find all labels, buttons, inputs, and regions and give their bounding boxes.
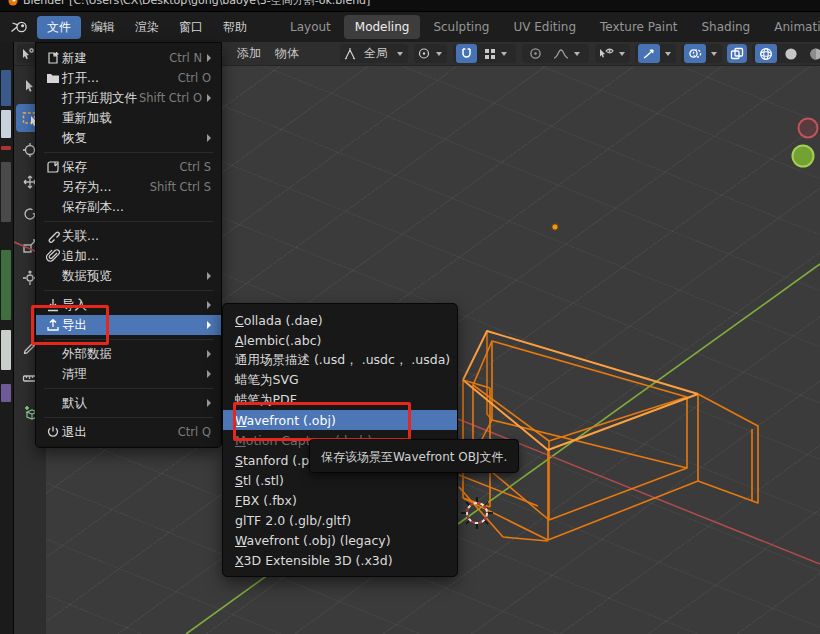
menu-separator [44,339,213,340]
menu-item-save[interactable]: 保存 Ctrl S [36,157,221,177]
folder-icon [44,72,62,84]
submenu-arrow-icon [207,350,211,358]
proportional-falloff-dropdown[interactable] [549,44,586,63]
background-fragment [1,146,11,150]
menu-file[interactable]: 文件 [37,16,81,39]
menu-item-link[interactable]: 关联... [36,226,221,246]
menu-item-revert[interactable]: 重新加载 [36,108,221,128]
background-fragment [1,250,11,320]
menu-item-external-data[interactable]: 外部数据 [36,344,221,364]
menu-separator [44,290,213,291]
tab-animation[interactable]: Animation [763,15,820,39]
background-fragment [1,110,11,138]
submenu-item-collada[interactable]: Collada (.dae) [223,310,457,330]
submenu-item-usd[interactable]: 通用场景描述 (.usd， .usdc， .usda) [223,350,457,370]
submenu-item-stl[interactable]: Stl (.stl) [223,470,457,490]
menu-item-save-copy[interactable]: 保存副本... [36,197,221,217]
tooltip-text: 保存该场景至Wavefront OBJ文件. [321,450,507,464]
transform-orientation-dropdown[interactable]: 全局 [340,44,408,63]
menu-help[interactable]: 帮助 [213,16,257,39]
show-gizmo-toggle[interactable] [638,44,660,63]
submenu-arrow-icon [207,321,211,329]
submenu-item-wavefront-obj[interactable]: Wavefront (.obj) [223,410,457,430]
solid-shading-button[interactable] [780,44,802,63]
proportional-editing-toggle[interactable] [525,44,546,63]
submenu-arrow-icon [207,399,211,407]
import-icon [44,298,62,312]
menu-item-clean-up[interactable]: 清理 [36,364,221,384]
menu-item-defaults[interactable]: 默认 [36,393,221,413]
pivot-point-dropdown[interactable] [414,44,447,63]
file-menu-dropdown: 新建 Ctrl N 打开... Ctrl O 打开近期文件 Shift Ctrl… [35,42,222,448]
menu-item-recover[interactable]: 恢复 [36,128,221,148]
menu-item-open-recent[interactable]: 打开近期文件 Shift Ctrl O [36,88,221,108]
show-overlays-toggle[interactable] [684,44,706,63]
chevron-down-icon [574,52,580,56]
xray-toggle[interactable] [727,44,747,63]
tab-texture-paint[interactable]: Texture Paint [589,15,688,39]
menu-separator [44,221,213,222]
submenu-arrow-icon [207,94,211,102]
tab-modeling[interactable]: Modeling [344,15,421,39]
blender-logo-icon[interactable] [10,20,29,34]
snap-toggle-button[interactable] [456,44,477,63]
material-preview-shading-button[interactable] [805,44,820,63]
submenu-item-alembic[interactable]: Alembic(.abc) [223,330,457,350]
tab-shading[interactable]: Shading [690,15,761,39]
blender-logo-icon [7,0,19,7]
submenu-item-fbx[interactable]: FBX (.fbx) [223,490,457,510]
tab-layout[interactable]: Layout [279,15,342,39]
submenu-item-wavefront-legacy[interactable]: Wavefront (.obj) (legacy) [223,530,457,550]
orientation-axes-icon [343,47,357,60]
selectability-visibility-dropdown[interactable] [595,44,630,63]
file-new-icon [44,51,62,65]
menu-item-save-as[interactable]: 另存为... Shift Ctrl S [36,177,221,197]
link-icon [44,229,62,243]
menu-window[interactable]: 窗口 [169,16,213,39]
proportional-editing-group [522,44,589,63]
background-fragment [1,384,11,402]
object-menu[interactable]: 物体 [271,45,303,62]
submenu-item-grease-pencil-svg[interactable]: 蜡笔为SVG [223,370,457,390]
tab-sculpting[interactable]: Sculpting [422,15,500,39]
submenu-item-x3d[interactable]: X3D Extensible 3D (.x3d) [223,550,457,570]
snapping-group [453,44,516,63]
wireframe-shading-button[interactable] [755,44,777,63]
menu-item-quit[interactable]: 退出 Ctrl Q [36,422,221,442]
add-menu[interactable]: 添加 [233,45,265,62]
paperclip-icon [44,249,62,263]
chevron-down-icon [665,52,671,56]
submenu-arrow-icon [207,134,211,142]
background-window-edge [0,12,14,634]
tab-uv-editing[interactable]: UV Editing [502,15,587,39]
menu-item-append[interactable]: 追加... [36,246,221,266]
menu-item-export[interactable]: 导出 [36,315,221,335]
shading-mode-group [752,44,820,63]
workspace-tabs: Layout Modeling Sculpting UV Editing Tex… [279,15,820,39]
window-title: Blender [C:\Users\CX\Desktop\gong\baoye\… [23,0,370,8]
title-bar: Blender [C:\Users\CX\Desktop\gong\baoye\… [0,0,820,12]
menu-item-data-previews[interactable]: 数据预览 [36,266,221,286]
menu-edit[interactable]: 编辑 [81,16,125,39]
submenu-item-grease-pencil-pdf[interactable]: 蜡笔为PDF [223,390,457,410]
overlays-group [681,44,722,63]
background-fragment [1,70,11,106]
blender-window: Blender [C:\Users\CX\Desktop\gong\baoye\… [0,0,820,634]
chevron-down-icon [619,52,625,56]
orientation-value: 全局 [360,45,392,62]
background-fragment [1,330,11,370]
tooltip: 保存该场景至Wavefront OBJ文件. [309,439,519,473]
chevron-down-icon [397,52,403,56]
chevron-down-icon [436,52,442,56]
menu-item-open[interactable]: 打开... Ctrl O [36,68,221,88]
menu-separator [44,417,213,418]
submenu-arrow-icon [207,54,211,62]
menu-render[interactable]: 渲染 [125,16,169,39]
menu-item-new[interactable]: 新建 Ctrl N [36,48,221,68]
menu-item-import[interactable]: 导入 [36,295,221,315]
power-icon [44,425,62,439]
menu-separator [44,388,213,389]
export-icon [44,318,62,332]
submenu-item-gltf[interactable]: glTF 2.0 (.glb/.gltf) [223,510,457,530]
snap-mode-dropdown[interactable] [480,44,513,63]
